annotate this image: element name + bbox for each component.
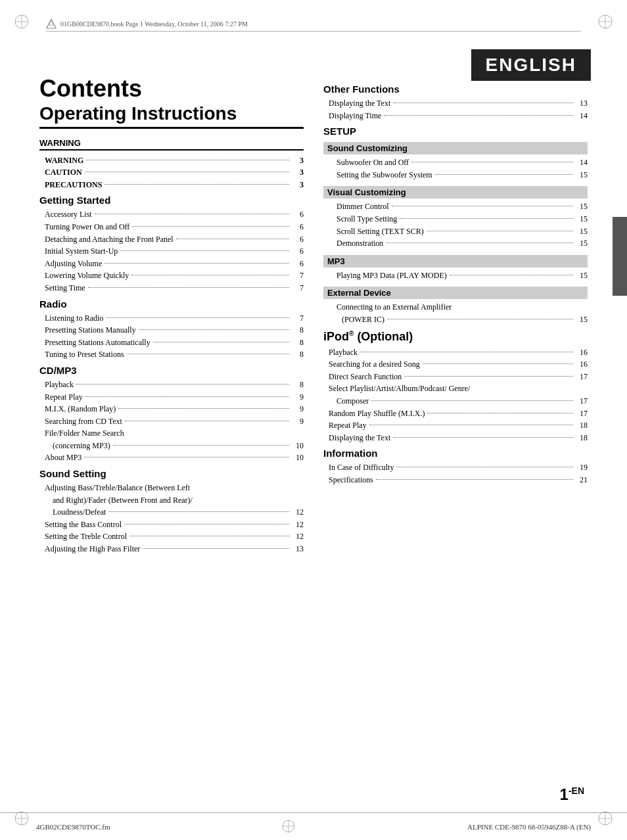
print-mark-icon	[46, 18, 57, 29]
toc-label: PRECAUTIONS	[45, 179, 102, 191]
page-number-badge: 1-EN	[560, 785, 584, 804]
toc-dots	[95, 206, 289, 214]
toc-dots	[104, 256, 289, 264]
toc-dots	[393, 430, 573, 438]
toc-entry-multiline3: Adjusting Bass/Treble/Balance (Between L…	[39, 482, 304, 519]
main-content: Contents Operating Instructions WARNING …	[39, 76, 588, 804]
toc-label: Scroll Type Setting	[337, 213, 397, 225]
toc-entry-multiline: Connecting to an External Amplifier (POW…	[323, 301, 588, 325]
footer-left: 4GB02CDE9870TOC.fm	[36, 823, 110, 831]
toc-dots	[427, 223, 573, 231]
toc-dots	[396, 459, 573, 467]
toc-page: 7	[292, 282, 304, 294]
svg-marker-12	[47, 19, 56, 28]
toc-dots	[450, 268, 573, 275]
toc-entry: Setting Time 7	[39, 282, 304, 294]
section-header-warning: WARNING	[39, 138, 304, 151]
toc-label: CAUTION	[45, 166, 82, 179]
toc-dots	[369, 417, 573, 425]
toc-label: Playback	[329, 346, 358, 359]
toc-page: 16	[576, 346, 588, 359]
toc-dots	[392, 198, 573, 206]
toc-label: Displaying the Text	[329, 432, 390, 444]
toc-page: 12	[292, 530, 304, 543]
toc-label: WARNING	[45, 154, 83, 167]
section-header-information: Information	[323, 448, 588, 459]
toc-dots	[129, 528, 289, 536]
shaded-header-sound-customizing: Sound Customizing	[323, 142, 588, 154]
toc-dots	[435, 167, 573, 175]
footer-right: ALPINE CDE-9870 68-05946Z88-A (EN)	[467, 823, 591, 831]
toc-page: 6	[292, 233, 304, 246]
toc-page: 15	[576, 269, 588, 282]
toc-entry: Adjusting the High Pass Filter 13	[39, 543, 304, 555]
toc-dots	[400, 211, 573, 219]
toc-page: 17	[576, 408, 588, 420]
toc-label: About MP3	[45, 452, 81, 464]
toc-label: File/Folder Name Search	[45, 427, 124, 440]
toc-page: 13	[292, 543, 304, 555]
header-print-info: 01GB00CDE9870.book Page 1 Wednesday, Oct…	[60, 20, 248, 28]
toc-label: Tuning to Preset Stations	[45, 348, 124, 361]
toc-page: 7	[292, 312, 304, 325]
toc-dots	[132, 219, 289, 227]
page: 01GB00CDE9870.book Page 1 Wednesday, Oct…	[0, 0, 627, 840]
toc-entry: Setting the Subwoofer System 15	[323, 169, 588, 181]
toc-label: Presetting Stations Manually	[45, 324, 136, 337]
toc-page: 9	[292, 403, 304, 415]
toc-dots	[86, 152, 289, 160]
toc-label: Turning Power On and Off	[45, 221, 129, 233]
toc-label: Setting the Treble Control	[45, 530, 127, 543]
toc-label: Specifications	[329, 474, 373, 486]
toc-page: 3	[292, 166, 304, 179]
side-tab	[613, 217, 627, 296]
toc-page: 12	[292, 519, 304, 531]
toc-entry: Displaying the Text 18	[323, 432, 588, 444]
toc-dots	[176, 231, 289, 239]
toc-dots	[404, 369, 573, 377]
toc-page: 8	[292, 324, 304, 337]
toc-label-line2: Composer	[329, 395, 369, 408]
toc-dots	[113, 438, 289, 446]
bottom-bar: 4GB02CDE9870TOC.fm ALPINE CDE-9870 68-05…	[0, 812, 627, 840]
toc-dots	[423, 356, 573, 364]
toc-label: Listening to Radio	[45, 312, 103, 325]
toc-entry: Demonstration 15	[323, 237, 588, 250]
section-header-radio: Radio	[39, 298, 304, 310]
toc-page: 14	[576, 110, 588, 122]
shaded-header-mp3: MP3	[323, 255, 588, 268]
toc-label: Setting Time	[45, 282, 85, 294]
toc-page: 7	[292, 269, 304, 282]
toc-dots	[108, 504, 289, 512]
toc-dots	[84, 450, 289, 457]
svg-point-13	[49, 22, 53, 26]
toc-page: 8	[292, 379, 304, 391]
toc-dots	[85, 164, 289, 172]
toc-label-line1: Adjusting Bass/Treble/Balance (Between L…	[45, 482, 304, 494]
toc-dots	[393, 95, 573, 103]
toc-dots	[76, 377, 289, 385]
toc-page: 17	[576, 371, 588, 383]
toc-dots	[88, 280, 289, 288]
toc-label: Playback	[45, 379, 74, 391]
toc-label: Repeat Play	[45, 391, 83, 404]
toc-dots	[376, 472, 573, 480]
toc-label-line3: Loudness/Defeat	[45, 506, 106, 519]
main-title: Contents	[39, 76, 304, 102]
toc-page: 12	[292, 506, 304, 519]
toc-page: 15	[576, 213, 588, 225]
toc-label: Setting the Bass Control	[45, 519, 122, 531]
toc-entry: Displaying Time 14	[323, 110, 588, 122]
toc-label: Dimmer Control	[337, 200, 389, 213]
toc-page: 15	[576, 169, 588, 181]
section-header-cdmp3: CD/MP3	[39, 365, 304, 376]
toc-page: 9	[292, 415, 304, 428]
toc-dots	[131, 268, 289, 275]
toc-label: Adjusting Volume	[45, 258, 102, 270]
toc-dots	[139, 322, 289, 330]
toc-label-line2: (POWER IC)	[337, 314, 384, 326]
toc-page: 17	[576, 395, 588, 408]
toc-page: 3	[292, 179, 304, 191]
toc-entry-multiline: Select Playlist/Artist/Album/Podcast/ Ge…	[323, 383, 588, 407]
toc-dots	[386, 235, 573, 243]
